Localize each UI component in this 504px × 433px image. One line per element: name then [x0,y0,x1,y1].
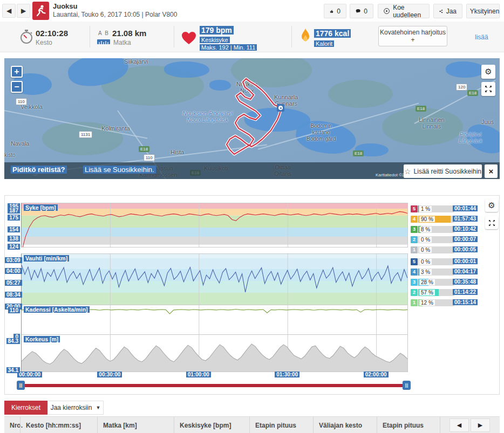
sport-running-icon [32,2,49,20]
zone-number-chip: 4 [411,269,418,276]
training-benefit-box[interactable]: Kovatehoinen harjoitus + [378,26,447,46]
duration-label: Kesto [36,39,52,46]
hr-zone-row: 20 %00:00:07 [411,236,478,244]
tab-laps[interactable]: Kierrokset [4,401,47,415]
divider [90,26,90,47]
comment-icon [356,8,360,15]
altitude-chart-title: Korkeus [m] [24,336,60,342]
gear-icon: ⚙ [488,201,495,210]
privacy-label: Yksityinen [470,8,500,15]
hr-chart-title: Syke [bpm] [24,204,58,211]
zone-percent: 12 % [419,300,435,306]
favorite-prompt-question: Piditkö reitistä? [11,166,67,174]
pace-zone-row: 257 %01:14:22 [411,289,478,297]
more-link[interactable]: lisää [475,33,488,41]
heart-rate-value: 179 bpm [200,26,234,35]
zone-percent: 90 % [419,216,435,222]
zone-percent: 0 % [419,247,432,253]
zone-time: 00:35:48 [453,279,478,285]
zone-number-chip: 1 [411,246,418,253]
altitude-ytick: 84.3 [6,338,20,344]
zone-time: 01:57:43 [453,216,478,222]
cadence-ytick: 110 [8,307,20,313]
pace-chart [21,253,408,306]
pace-ytick: 03:09 [5,257,22,263]
laps-next-button[interactable]: ▶ [471,418,490,432]
forward-button[interactable]: ▶ [17,4,30,18]
laps-column-header: Kesto [hh:mm:ss] [20,417,97,433]
laps-prev-button[interactable]: ◀ [449,418,469,432]
time-axis-tick: 02:00:00 [364,372,389,377]
zone-percent: 0 % [419,237,432,243]
duration-value: 02:10:28 [36,29,68,38]
zone-number-chip: 4 [411,216,418,223]
training-benefit-label: Kovatehoinen harjoitus [379,29,447,36]
activity-subtitle: Lauantai, Touko 6, 2017 10:05 | Polar V8… [53,11,177,18]
route-ab-label: A B [98,30,108,36]
laps-column-header: Väliajan kesto [313,417,377,433]
divider [291,26,292,47]
zone-time: 00:00:01 [453,258,478,264]
stopwatch-icon [19,29,33,44]
like-button[interactable]: 0 [324,4,346,18]
pace-zone-row: 112 %00:15:14 [411,299,478,307]
zone-number-chip: 2 [411,236,418,243]
hr-ytick: 154 [8,226,20,232]
heart-rate-zones: 51 %00:01:44490 %01:57:4338 %00:10:4220 … [411,205,478,257]
minus-icon: − [14,82,19,92]
add-route-favorite-button[interactable]: ☆ Lisää reitti Suosikkeihin [404,164,482,178]
hr-zone-row: 38 %00:10:42 [411,226,478,233]
map-fullscreen-button[interactable] [481,82,495,96]
prev-icon: ◀ [457,422,461,429]
zone-bar: 1 % [418,205,454,212]
zone-bar: 0 % [418,236,454,243]
zone-bar: 0 % [418,246,454,253]
star-icon: ☆ [404,167,411,176]
time-range-slider[interactable] [21,384,407,387]
expand-icon [488,219,495,226]
relive-button[interactable]: Koe uudelleen [378,4,430,18]
laps-column-header: Etapin pituus [249,417,313,433]
map-settings-button[interactable]: ⚙ [481,65,495,79]
pace-chart-title: Vauhti [min/km] [24,255,69,262]
laps-columns: Nro.Kesto [hh:mm:ss]Matka [km]Keskisyke … [4,417,440,433]
laps-column-header: Nro. [4,417,20,433]
chart-settings-button[interactable]: ⚙ [485,199,498,212]
comment-button[interactable]: 0 [350,4,373,18]
map-zoom-in-button[interactable]: + [11,66,23,78]
pace-zone-row: 328 %00:35:48 [411,279,478,286]
slider-handle-right[interactable] [403,381,411,390]
laps-column-header: Keskisyke [bpm] [174,417,249,433]
share-icon [439,8,443,15]
ruler-icon [97,39,110,45]
calories-value: 1776 kcal [314,29,351,38]
play-icon [384,7,390,15]
split-laps-dropdown[interactable]: Jaa kierroksiin ▼ [47,401,104,415]
runner-icon [35,4,47,17]
comment-count: 0 [364,8,367,15]
zone-number-chip: 3 [411,226,418,233]
chart-fullscreen-button[interactable] [485,216,498,229]
zone-number-chip: 1 [411,299,418,306]
back-icon: ◀ [6,7,11,15]
zone-percent: 1 % [419,206,432,212]
zone-number-chip: 2 [411,289,418,296]
privacy-button[interactable]: Yksityinen [466,4,500,18]
share-button[interactable]: Jaa [433,4,462,18]
zone-percent: 3 % [419,269,432,275]
favorite-bar-close-button[interactable]: × [485,164,498,178]
zone-percent: 0 % [419,259,432,265]
divider [174,26,174,47]
route-start-marker [277,104,284,112]
map-zoom-out-button[interactable]: − [11,81,23,93]
header: ◀ ▶ Juoksu Lauantai, Touko 6, 2017 10:05… [0,0,504,22]
divider [15,5,16,16]
zone-time: 00:10:42 [453,226,478,232]
activity-title: Juoksu [53,2,78,10]
zone-time: 00:00:05 [453,246,478,252]
zone-time: 01:14:22 [453,289,478,295]
next-icon: ▶ [478,422,482,429]
slider-handle-left[interactable] [17,381,25,390]
back-button[interactable]: ◀ [2,4,16,18]
route-map[interactable]: SiikajärviVeikkolaNuuksio NouxNuuksion P… [4,58,500,179]
